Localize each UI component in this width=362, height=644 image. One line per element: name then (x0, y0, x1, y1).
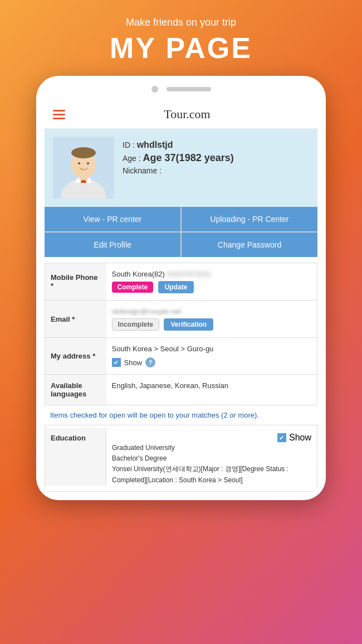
profile-age-line: Age : Age 37(1982 years) (123, 152, 309, 164)
edit-profile-button[interactable]: Edit Profile (45, 233, 180, 257)
avatar-container (53, 137, 114, 198)
email-row: Email * skdesign@couple.net Incomplete V… (45, 301, 317, 338)
address-row: My address * South Korea > Seoul > Guro-… (45, 338, 317, 375)
edu-check-icon: ✔ (279, 434, 284, 442)
header-section: Make friends on your trip MY PAGE (99, 0, 263, 73)
languages-value: English, Japanese, Korean, Russian (106, 375, 317, 405)
phone-content: Tour.com (45, 100, 317, 492)
svg-point-6 (71, 147, 96, 158)
phone-top (45, 86, 317, 93)
notice-text: Items checked for open will be open to y… (45, 405, 317, 425)
profile-nickname-line: Nickname : (123, 166, 309, 175)
mobile-label: Mobile Phone * (45, 263, 106, 301)
profile-age-value: Age 37(1982 years) (143, 152, 234, 163)
edu-line-3: Yonsei University(연세대학교)[Major : 경영][Deg… (112, 464, 311, 485)
education-value: Graduated University Bachelor's Degree Y… (106, 443, 317, 486)
help-icon[interactable]: ? (145, 357, 155, 367)
address-checkbox[interactable]: ✔ (112, 358, 121, 367)
phone-camera (151, 86, 158, 93)
svg-point-10 (78, 162, 80, 164)
education-label: Education (45, 428, 106, 486)
mobile-number: 01027073151 (167, 270, 212, 278)
mobile-value: South Korea(82) 01027073151 Complete Upd… (106, 263, 317, 301)
action-buttons: View - PR center Uploading - PR Center E… (45, 207, 317, 257)
check-icon: ✔ (114, 359, 119, 366)
email-label: Email * (45, 301, 106, 338)
edu-line-2: Bachelor's Degree (112, 453, 311, 464)
info-table: Mobile Phone * South Korea(82) 010270731… (45, 263, 317, 405)
profile-id-label: ID : (123, 141, 135, 149)
mobile-row: Mobile Phone * South Korea(82) 010270731… (45, 263, 317, 301)
incomplete-badge: Incomplete (112, 318, 159, 331)
email-value: skdesign@couple.net Incomplete Verificat… (106, 301, 317, 338)
phone-speaker (167, 87, 211, 91)
languages-row: Available languages English, Japanese, K… (45, 375, 317, 405)
edu-checkbox[interactable]: ✔ (277, 433, 286, 442)
profile-nickname-label: Nickname : (123, 166, 162, 175)
education-section: Education ✔ Show Graduated University Ba… (45, 425, 317, 492)
address-show-label: Show (124, 359, 143, 367)
update-button[interactable]: Update (158, 281, 194, 293)
mobile-number-text: South Korea(82) 01027073151 (112, 270, 312, 278)
hamburger-icon[interactable] (53, 110, 65, 119)
navbar: Tour.com (45, 100, 317, 129)
languages-label: Available languages (45, 375, 106, 405)
upload-pr-button[interactable]: Uploading - PR Center (182, 207, 317, 231)
address-value: South Korea > Seoul > Guro-gu (112, 345, 312, 353)
svg-point-11 (87, 162, 89, 164)
email-text: skdesign@couple.net (112, 307, 312, 316)
address-label: My address * (45, 338, 106, 375)
svg-rect-9 (72, 183, 95, 198)
verification-button[interactable]: Verification (164, 318, 213, 331)
profile-section: ID : whdlstjd Age : Age 37(1982 years) N… (45, 129, 317, 207)
complete-badge: Complete (112, 282, 154, 293)
profile-id-line: ID : whdlstjd (123, 140, 309, 150)
edu-line-1: Graduated University (112, 443, 311, 453)
change-password-button[interactable]: Change Password (182, 233, 317, 257)
header-title: MY PAGE (110, 31, 252, 65)
profile-id-value: whdlstjd (137, 140, 173, 149)
view-pr-button[interactable]: View - PR center (45, 207, 180, 231)
profile-info: ID : whdlstjd Age : Age 37(1982 years) N… (123, 137, 309, 175)
header-subtitle: Make friends on your trip (110, 17, 252, 28)
nav-title: Tour.com (65, 107, 309, 122)
phone-frame: Tour.com (36, 76, 326, 500)
profile-age-label: Age : (123, 154, 141, 163)
mobile-country: South Korea(82) (112, 270, 165, 278)
address-content: South Korea > Seoul > Guro-gu ✔ Show ? (112, 345, 312, 367)
edu-show-label: Show (289, 433, 311, 443)
